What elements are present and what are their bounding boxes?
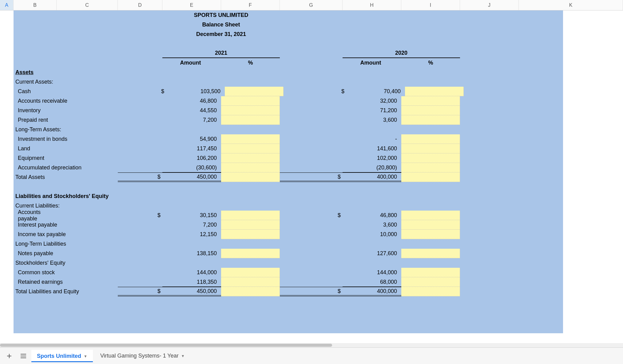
pct-2020-ar[interactable] (401, 96, 460, 106)
pct-2020-np[interactable] (401, 249, 460, 258)
pct-2021-ap[interactable] (221, 211, 280, 220)
statement-title: Balance Sheet (162, 20, 280, 30)
label-intp: Interest payable (14, 220, 162, 230)
sheet-tab-active[interactable]: Sports Unlimited ▼ (31, 350, 93, 362)
pct-2020-total-assets[interactable] (401, 172, 460, 182)
value-2021-ap[interactable]: 30,150 (162, 211, 221, 220)
value-2020-cs[interactable]: 144,000 (343, 268, 401, 277)
horizontal-scrollbar-thumb[interactable] (0, 344, 332, 347)
column-header-E[interactable]: E (162, 0, 221, 10)
pct-2021-land[interactable] (221, 144, 280, 153)
value-2021-re[interactable]: 118,350 (162, 277, 221, 287)
value-2020-inv[interactable]: 71,200 (343, 106, 401, 115)
value-2020-land[interactable]: 141,600 (343, 144, 401, 153)
column-header-F[interactable]: F (221, 0, 280, 10)
pct-2021-bonds[interactable] (221, 134, 280, 144)
value-2021-prep[interactable]: 7,200 (162, 115, 221, 125)
value-2021-land[interactable]: 117,450 (162, 144, 221, 153)
year-2020-header: 2020 (343, 49, 460, 58)
company-title: SPORTS UNLIMITED (162, 10, 280, 20)
column-header-I[interactable]: I (401, 0, 460, 10)
pct-2020-equip[interactable] (401, 153, 460, 163)
pct-2021-cs[interactable] (221, 268, 280, 277)
percent-header-2021: % (221, 58, 280, 68)
pct-2020-dep[interactable] (401, 163, 460, 172)
pct-2020-cash[interactable] (405, 87, 464, 96)
grid[interactable]: SPORTS UNLIMITED Balance Sheet December … (14, 10, 623, 296)
value-2021-itp[interactable]: 12,150 (162, 230, 221, 239)
pct-2021-dep[interactable] (221, 163, 280, 172)
value-2021-cs[interactable]: 144,000 (162, 268, 221, 277)
section-current-assets: Current Assets: (14, 77, 162, 87)
pct-2020-intp[interactable] (401, 220, 460, 230)
value-2021-ar[interactable]: 46,800 (162, 96, 221, 106)
column-header-C[interactable]: C (57, 0, 118, 10)
pct-2021-itp[interactable] (221, 230, 280, 239)
value-2021-equip[interactable]: 106,200 (162, 153, 221, 163)
column-header-A[interactable]: A (0, 0, 14, 10)
pct-2020-prep[interactable] (401, 115, 460, 125)
column-header-H[interactable]: H (343, 0, 401, 10)
column-header-B[interactable]: B (14, 0, 57, 10)
chevron-down-icon[interactable]: ▼ (84, 354, 87, 358)
value-2020-itp[interactable]: 10,000 (343, 230, 401, 239)
value-2020-equip[interactable]: 102,000 (343, 153, 401, 163)
column-header-G[interactable]: G (280, 0, 343, 10)
pct-2021-np[interactable] (221, 249, 280, 258)
value-2020-re[interactable]: 68,000 (343, 277, 401, 287)
value-2021-intp[interactable]: 7,200 (162, 220, 221, 230)
section-liab-se: Liabilities and Stockholders' Equity (14, 192, 162, 201)
add-sheet-button[interactable] (3, 350, 15, 362)
currency-2021-total-le: $ (118, 287, 162, 296)
currency-2020-cash: $ (284, 87, 346, 96)
pct-2021-equip[interactable] (221, 153, 280, 163)
pct-2021-prep[interactable] (221, 115, 280, 125)
value-2020-dep[interactable]: (20,800) (343, 163, 401, 172)
pct-2021-total-assets[interactable] (221, 172, 280, 182)
column-header-K[interactable]: K (519, 0, 623, 10)
value-2021-bonds[interactable]: 54,900 (162, 134, 221, 144)
pct-2020-itp[interactable] (401, 230, 460, 239)
value-2020-ap[interactable]: 46,800 (343, 211, 401, 220)
pct-2021-ar[interactable] (221, 96, 280, 106)
pct-2020-re[interactable] (401, 277, 460, 287)
pct-2021-intp[interactable] (221, 220, 280, 230)
pct-2021-total-le[interactable] (221, 287, 280, 296)
value-2021-np[interactable]: 138,150 (162, 249, 221, 258)
section-assets: Assets (14, 68, 162, 77)
value-2020-bonds[interactable]: - (343, 134, 401, 144)
pct-2020-cs[interactable] (401, 268, 460, 277)
value-2020-prep[interactable]: 3,600 (343, 115, 401, 125)
pct-2021-re[interactable] (221, 277, 280, 287)
value-2021-dep[interactable]: (30,600) (162, 163, 221, 172)
horizontal-scrollbar[interactable] (0, 343, 623, 347)
pct-2020-ap[interactable] (401, 211, 460, 220)
value-2021-total-le[interactable]: 450,000 (162, 287, 221, 296)
column-header-J[interactable]: J (460, 0, 519, 10)
pct-2020-land[interactable] (401, 144, 460, 153)
chevron-down-icon[interactable]: ▼ (181, 354, 185, 358)
pct-2021-inv[interactable] (221, 106, 280, 115)
value-2020-ar[interactable]: 32,000 (343, 96, 401, 106)
value-2020-np[interactable]: 127,600 (343, 249, 401, 258)
pct-2020-bonds[interactable] (401, 134, 460, 144)
column-header-D[interactable]: D (118, 0, 162, 10)
sheet-tab-1[interactable]: Virtual Gaming Systems- 1 Year ▼ (95, 350, 190, 362)
pct-2021-cash[interactable] (225, 87, 284, 96)
label-itp: Income tax payable (14, 230, 162, 239)
value-2021-cash[interactable]: 103,500 (166, 87, 225, 96)
label-inv: Inventory (14, 106, 162, 115)
value-2021-total-assets[interactable]: 450,000 (162, 172, 221, 182)
value-2020-intp[interactable]: 3,600 (343, 220, 401, 230)
value-2021-inv[interactable]: 44,550 (162, 106, 221, 115)
all-sheets-button[interactable] (17, 350, 30, 362)
sheet-scroll-area[interactable]: SPORTS UNLIMITED Balance Sheet December … (0, 10, 623, 347)
statement-date: December 31, 2021 (162, 30, 280, 39)
value-2020-total-le[interactable]: 400,000 (343, 287, 401, 296)
pct-2020-inv[interactable] (401, 106, 460, 115)
section-se: Stockholders' Equity (14, 258, 162, 268)
value-2020-total-assets[interactable]: 400,000 (343, 172, 401, 182)
sheet-tab-label: Sports Unlimited (37, 353, 81, 359)
pct-2020-total-le[interactable] (401, 287, 460, 296)
value-2020-cash[interactable]: 70,400 (346, 87, 405, 96)
